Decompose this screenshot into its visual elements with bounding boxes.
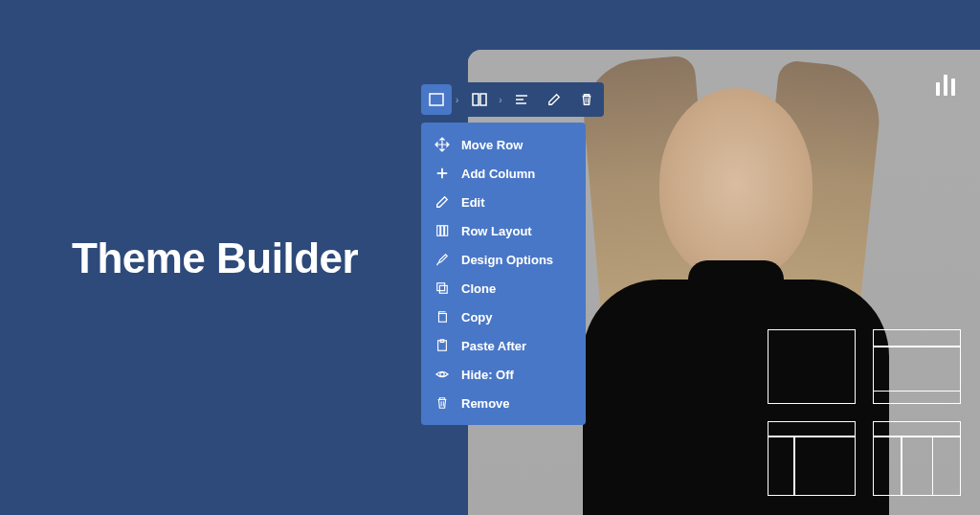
copy-icon bbox=[434, 309, 450, 325]
text-align-icon[interactable] bbox=[506, 84, 537, 115]
menu-item-label: Row Layout bbox=[461, 224, 532, 238]
clipboard-icon bbox=[434, 338, 450, 353]
layout-preset-single[interactable] bbox=[768, 329, 856, 404]
pencil-icon[interactable] bbox=[539, 84, 569, 115]
svg-rect-0 bbox=[430, 94, 443, 105]
menu-edit[interactable]: Edit bbox=[421, 188, 586, 216]
clone-icon bbox=[434, 280, 450, 296]
menu-item-label: Add Column bbox=[461, 167, 535, 181]
menu-item-label: Hide: Off bbox=[461, 368, 514, 382]
menu-design-options[interactable]: Design Options bbox=[421, 245, 586, 274]
context-menu: Move Row Add Column Edit Row Layout Desi… bbox=[421, 123, 586, 425]
editor-overlay: › › Move Row bbox=[421, 82, 614, 425]
breadcrumb-toolbar: › › bbox=[421, 82, 614, 117]
tool-strip: › bbox=[462, 82, 603, 117]
menu-add-column[interactable]: Add Column bbox=[421, 159, 586, 188]
svg-rect-2 bbox=[480, 94, 486, 105]
row-icon[interactable] bbox=[464, 84, 495, 115]
menu-copy[interactable]: Copy bbox=[421, 302, 586, 331]
breadcrumb-separator: › bbox=[497, 95, 503, 105]
breadcrumb-separator: › bbox=[454, 95, 460, 105]
svg-rect-12 bbox=[445, 226, 448, 236]
brush-icon bbox=[434, 252, 450, 267]
section-icon[interactable] bbox=[421, 84, 452, 115]
svg-rect-14 bbox=[439, 285, 447, 293]
svg-rect-15 bbox=[439, 314, 447, 323]
menu-item-label: Design Options bbox=[461, 253, 553, 267]
move-icon bbox=[434, 137, 450, 152]
menu-item-label: Remove bbox=[461, 396, 510, 411]
pencil-icon bbox=[434, 194, 450, 210]
trash-icon bbox=[434, 395, 450, 411]
menu-item-label: Move Row bbox=[461, 138, 523, 152]
svg-rect-10 bbox=[437, 226, 440, 236]
menu-row-layout[interactable]: Row Layout bbox=[421, 216, 586, 245]
columns-icon bbox=[434, 223, 450, 238]
menu-item-label: Copy bbox=[461, 310, 493, 325]
svg-point-18 bbox=[440, 372, 444, 376]
plus-icon bbox=[434, 166, 450, 181]
eye-icon bbox=[434, 367, 450, 382]
menu-move-row[interactable]: Move Row bbox=[421, 130, 586, 159]
svg-rect-13 bbox=[437, 283, 445, 291]
svg-rect-1 bbox=[473, 94, 479, 105]
layout-preset-rows[interactable] bbox=[873, 329, 961, 404]
page-title: Theme Builder bbox=[72, 235, 358, 282]
menu-remove[interactable]: Remove bbox=[421, 389, 586, 417]
svg-rect-11 bbox=[441, 226, 444, 236]
layout-presets bbox=[768, 329, 961, 496]
stats-icon[interactable] bbox=[936, 75, 955, 96]
trash-icon[interactable] bbox=[571, 84, 602, 115]
menu-item-label: Clone bbox=[461, 281, 496, 296]
menu-item-label: Paste After bbox=[461, 339, 526, 353]
menu-hide[interactable]: Hide: Off bbox=[421, 360, 586, 389]
layout-preset-sidebar[interactable] bbox=[768, 421, 856, 496]
menu-item-label: Edit bbox=[461, 195, 485, 210]
layout-preset-three-col[interactable] bbox=[873, 421, 961, 496]
menu-clone[interactable]: Clone bbox=[421, 274, 586, 302]
menu-paste-after[interactable]: Paste After bbox=[421, 331, 586, 360]
